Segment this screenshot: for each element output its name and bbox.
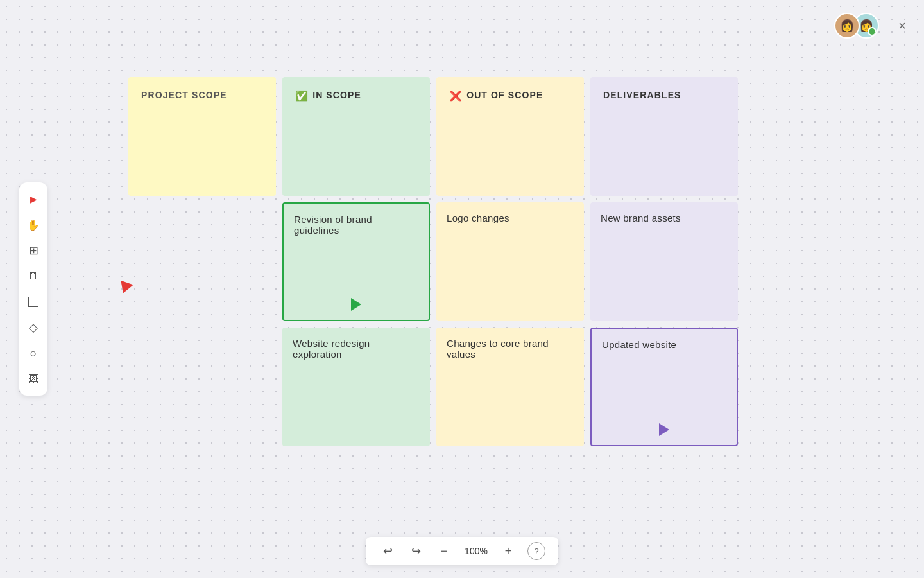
empty-cell-row3-col1 xyxy=(128,328,276,446)
card-new-brand-text: New brand assets xyxy=(601,213,681,223)
circle-tool-button[interactable]: ○ xyxy=(19,342,47,365)
undo-button[interactable]: ↩ xyxy=(379,542,397,560)
project-scope-label: PROJECT SCOPE xyxy=(141,90,227,100)
image-icon: 🖼 xyxy=(28,373,38,385)
avatar-group: 👩 👩 xyxy=(834,13,879,39)
table-tool-button[interactable]: ⊞ xyxy=(19,239,47,262)
canvas-area: PROJECT SCOPE ✅ IN SCOPE ❌ OUT OF SCOPE … xyxy=(128,77,886,527)
out-scope-icon: ❌ xyxy=(449,90,463,102)
frame-icon xyxy=(28,297,38,307)
deliverables-label: DELIVERABLES xyxy=(603,90,681,100)
frame-tool-button[interactable] xyxy=(19,290,47,313)
card-updated-website-text: Updated website xyxy=(602,339,676,350)
play-arrow-updated xyxy=(659,423,669,436)
cursor-tool-button[interactable]: ▶ xyxy=(19,188,47,211)
help-button[interactable]: ? xyxy=(527,542,545,560)
cursor-icon: ▶ xyxy=(30,194,37,204)
card-changes-core-brand[interactable]: Changes to core brand values xyxy=(436,328,584,446)
redo-button[interactable]: ↪ xyxy=(407,542,425,560)
bottom-toolbar: ↩ ↪ − 100% + ? xyxy=(366,537,558,565)
table-icon: ⊞ xyxy=(29,243,38,258)
out-scope-label: OUT OF SCOPE xyxy=(466,90,543,100)
card-updated-website[interactable]: Updated website xyxy=(590,328,738,446)
empty-cell-row2-col1 xyxy=(128,202,276,321)
card-website-redesign-text: Website redesign exploration xyxy=(293,338,370,360)
top-bar: 👩 👩 × xyxy=(834,13,911,39)
in-scope-label: IN SCOPE xyxy=(312,90,361,100)
note-icon: 🗒 xyxy=(28,270,38,282)
in-scope-icon: ✅ xyxy=(295,90,309,102)
circle-icon: ○ xyxy=(30,347,37,360)
card-logo-changes[interactable]: Logo changes xyxy=(436,202,584,321)
card-revision-brand-guidelines[interactable]: Revision of brand guidelines xyxy=(282,202,430,321)
image-tool-button[interactable]: 🖼 xyxy=(19,367,47,390)
diamond-icon: ◇ xyxy=(29,320,38,335)
scope-grid: PROJECT SCOPE ✅ IN SCOPE ❌ OUT OF SCOPE … xyxy=(128,77,738,446)
card-website-redesign[interactable]: Website redesign exploration xyxy=(282,328,430,446)
zoom-in-button[interactable]: + xyxy=(499,542,517,560)
close-button[interactable]: × xyxy=(893,17,911,35)
hand-icon: ✋ xyxy=(27,219,40,231)
zoom-out-button[interactable]: − xyxy=(435,542,453,560)
header-deliverables: DELIVERABLES xyxy=(590,77,738,196)
card-logo-text: Logo changes xyxy=(447,213,509,223)
avatar-user-1: 👩 xyxy=(834,13,860,39)
hand-tool-button[interactable]: ✋ xyxy=(19,213,47,236)
card-changes-core-text: Changes to core brand values xyxy=(447,338,549,360)
play-arrow-revision xyxy=(351,298,361,311)
left-toolbar: ▶ ✋ ⊞ 🗒 ◇ ○ 🖼 xyxy=(19,182,47,396)
header-project-scope: PROJECT SCOPE xyxy=(128,77,276,196)
card-revision-text: Revision of brand guidelines xyxy=(294,214,372,236)
diamond-tool-button[interactable]: ◇ xyxy=(19,316,47,339)
note-tool-button[interactable]: 🗒 xyxy=(19,265,47,288)
card-new-brand-assets[interactable]: New brand assets xyxy=(590,202,738,321)
header-in-scope: ✅ IN SCOPE xyxy=(282,77,430,196)
zoom-level-display: 100% xyxy=(463,546,489,556)
header-out-of-scope: ❌ OUT OF SCOPE xyxy=(436,77,584,196)
